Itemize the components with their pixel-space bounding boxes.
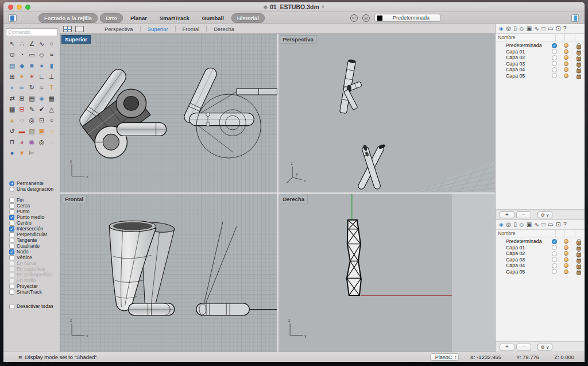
gumball-toggle[interactable]: Gumball	[197, 14, 229, 22]
layer-lock-icon[interactable]	[576, 43, 581, 48]
zoom-selected-tool[interactable]: ⊡	[37, 116, 47, 125]
history-toggle[interactable]: Historial	[231, 13, 265, 23]
move-tool[interactable]: ⇄	[7, 94, 17, 103]
tab-derecha[interactable]: Derecha	[207, 26, 241, 32]
osnap-permanente-radio[interactable]: Permanente	[9, 180, 60, 186]
viewport-superior[interactable]: Superior	[60, 34, 277, 192]
osnap-interseccion[interactable]: Intersección	[9, 226, 60, 232]
display-panel-icon[interactable]: ⊡	[556, 222, 560, 228]
layer-row[interactable]: Capa 02	[496, 251, 585, 257]
layer-gear-menu[interactable]: ⚙ ∨	[537, 344, 552, 350]
array-tool[interactable]: ⊞	[17, 94, 26, 103]
clamp-tool[interactable]: ⊟	[17, 105, 26, 114]
layer-lock-icon[interactable]	[576, 67, 581, 72]
truss-tower[interactable]	[346, 219, 361, 295]
layer-lock-icon[interactable]	[576, 251, 581, 256]
layer-lock-icon[interactable]	[576, 55, 581, 60]
patch-tool[interactable]: ◆	[17, 61, 26, 70]
layer-visibility-bulb-icon[interactable]	[563, 49, 568, 54]
viewport-perspectiva[interactable]: Perspectiva	[278, 34, 496, 192]
osnap-centro[interactable]: Centro	[9, 220, 60, 226]
osnap-nodo[interactable]: Nodo	[9, 249, 60, 255]
render-sphere-tool[interactable]: ●	[7, 149, 17, 157]
current-layer-dropdown[interactable]: Predeterminada	[374, 14, 440, 22]
osnap-punto[interactable]: Punto	[9, 209, 60, 214]
osnap-vertice[interactable]: Vértice	[9, 255, 60, 260]
rendering-panel-icon[interactable]: ▣	[527, 26, 532, 32]
notes-panel-icon[interactable]: ▯	[513, 222, 517, 228]
tab-superior[interactable]: Superior	[141, 26, 175, 32]
record-history-icon[interactable]: ◎	[362, 14, 370, 22]
ortho-toggle[interactable]: Orto	[100, 13, 123, 23]
shade-view-tool[interactable]: ▨	[27, 127, 36, 136]
sidebar-toggle-icon[interactable]	[571, 14, 579, 22]
check-tool[interactable]: ✔	[37, 105, 47, 114]
current-layer-radio[interactable]	[552, 269, 557, 274]
minimize-window-button[interactable]	[17, 5, 22, 10]
current-layer-radio[interactable]	[552, 55, 557, 60]
planar-toggle[interactable]: Planar	[125, 14, 152, 22]
layer-lock-icon[interactable]	[576, 257, 581, 262]
single-pane-layout-icon[interactable]	[75, 26, 84, 32]
layer-row[interactable]: Capa 03	[496, 257, 585, 263]
current-layer-radio[interactable]	[552, 245, 557, 250]
polygon-tool[interactable]: ◇	[37, 51, 47, 59]
layer-lock-icon[interactable]	[576, 269, 581, 274]
layer-lock-icon[interactable]	[576, 263, 581, 268]
pipe-tee-tool[interactable]: ⊥	[47, 72, 56, 81]
boolean-union-tool[interactable]: ∞	[17, 83, 26, 92]
crossed-tubes[interactable]	[357, 144, 386, 190]
light-tool[interactable]: ☼	[47, 127, 56, 136]
add-layer-button[interactable]: +	[500, 344, 514, 350]
page-panel-icon[interactable]: □	[542, 222, 546, 228]
named-view-tool[interactable]: ▬	[17, 127, 26, 136]
current-layer-radio[interactable]	[552, 43, 557, 48]
materials-panel-icon[interactable]: ◇	[519, 26, 524, 32]
purge-history-icon[interactable]: ↩	[350, 14, 358, 22]
jointed-tube-figure[interactable]	[339, 59, 362, 114]
wedge-tool[interactable]: ◕	[17, 138, 26, 147]
superior-construction-circle[interactable]	[196, 94, 261, 158]
osnap-tangente[interactable]: Tangente	[9, 237, 60, 243]
current-layer-radio[interactable]	[552, 251, 557, 256]
zoom-window-button[interactable]	[25, 5, 30, 10]
osnap-perpendicular[interactable]: Perpendicular	[9, 232, 60, 237]
viewport-superior-label[interactable]: Superior	[61, 35, 91, 44]
perspectiva-canvas[interactable]: z y x	[278, 34, 496, 192]
current-layer-radio[interactable]	[552, 61, 557, 66]
layer-visibility-bulb-icon[interactable]	[563, 245, 568, 250]
osnap-smarttrack[interactable]: SmartTrack	[9, 289, 60, 295]
ellipse-tool[interactable]: ⊙	[7, 51, 17, 59]
superior-canvas[interactable]: y x	[60, 34, 277, 192]
plane-tool[interactable]: ⊞	[7, 72, 17, 81]
layer-row[interactable]: Capa 04	[496, 67, 585, 73]
title-chevron-icon[interactable]: ∨	[322, 5, 324, 9]
layer-visibility-bulb-icon[interactable]	[563, 61, 568, 66]
hatch-tool[interactable]: ▦	[47, 94, 56, 103]
current-layer-radio[interactable]	[552, 49, 557, 54]
close-window-button[interactable]	[8, 5, 13, 10]
viewport-frontal-label[interactable]: Frontal	[61, 195, 87, 203]
layer-visibility-bulb-icon[interactable]	[563, 67, 568, 72]
osnap-punto-medio[interactable]: Punto medio	[9, 214, 60, 220]
cone-flag-tool[interactable]: ▼	[17, 149, 26, 157]
boolean-tool[interactable]: ◗	[7, 83, 17, 92]
frontal-canvas[interactable]: z x	[60, 194, 277, 352]
osnap-cerca[interactable]: Cerca	[9, 203, 60, 209]
select-tool[interactable]: ↖	[7, 40, 17, 48]
materials-panel-icon[interactable]: ◇	[519, 222, 524, 228]
box-tool[interactable]: ■	[27, 61, 36, 70]
four-pane-layout-icon[interactable]	[63, 26, 72, 32]
layer-row[interactable]: Capa 04	[496, 263, 585, 269]
command-input[interactable]	[6, 28, 57, 36]
status-menu-icon[interactable]: ≡	[18, 354, 22, 361]
copy-tool[interactable]: ▤	[27, 94, 36, 103]
extract-tool[interactable]: ✦	[17, 72, 26, 81]
osnap-en-curva[interactable]: En curva	[9, 260, 60, 266]
analyze-tool[interactable]: △	[47, 105, 56, 114]
grid-snap-toggle[interactable]: Forzado a la rejilla	[38, 13, 98, 23]
osnap-desactivar-todas[interactable]: Desactivar todas	[9, 303, 60, 309]
current-layer-radio[interactable]	[552, 239, 557, 244]
layer-row[interactable]: Predeterminada	[496, 238, 585, 245]
polyline-tool[interactable]: ∠	[27, 40, 36, 48]
